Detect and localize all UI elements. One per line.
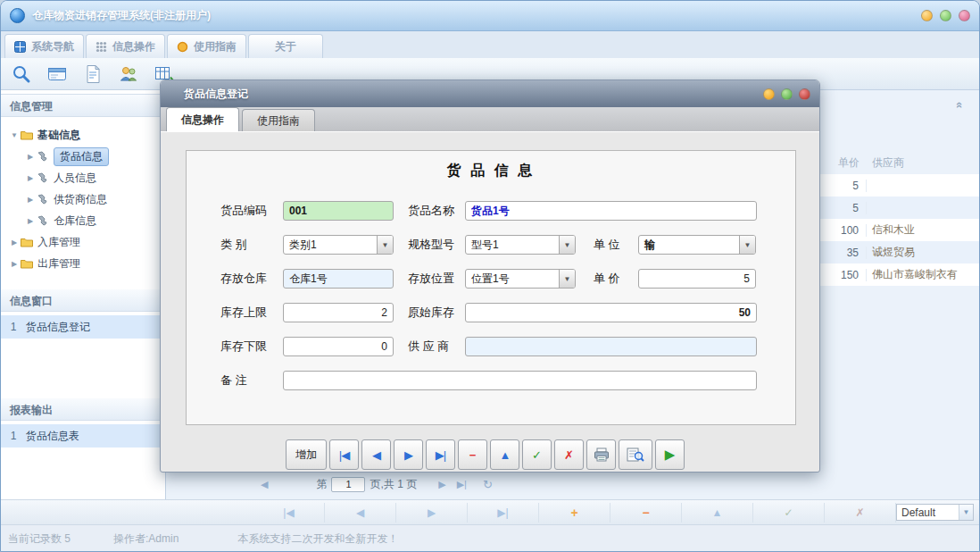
minimize-button[interactable]	[921, 10, 933, 21]
supplier-field[interactable]	[465, 337, 757, 356]
tool-icon	[37, 151, 49, 162]
menu-tab-user-guide[interactable]: 使用指南	[167, 34, 246, 58]
preview-icon	[627, 447, 644, 462]
chevron-right-icon[interactable]: ▶	[24, 174, 37, 182]
nav-last-button[interactable]: ▶|	[468, 503, 539, 523]
dropdown-value: 输	[639, 236, 739, 254]
tool-icon	[37, 194, 49, 205]
grid-header-supplier[interactable]: 供应商	[867, 155, 980, 171]
unit-dropdown[interactable]: 输 ▼	[638, 235, 756, 255]
prev-record-icon: ◀	[372, 448, 380, 462]
nav-first-button[interactable]: |◀	[253, 503, 325, 523]
dialog-tabstrip: 信息操作 使用指南	[161, 107, 819, 132]
stock-upper-field[interactable]	[283, 303, 394, 322]
delete-record-button[interactable]: −	[458, 439, 487, 470]
tree-node-supplier-info[interactable]: ▶ 供货商信息	[1, 188, 165, 210]
last-record-icon: ▶|	[436, 448, 445, 462]
nav-prev-button[interactable]: ◀	[325, 503, 396, 523]
cancel-record-button[interactable]: ✗	[554, 439, 584, 470]
chevron-down-icon[interactable]: ▼	[559, 236, 575, 254]
dialog-minimize-button[interactable]	[763, 88, 775, 100]
chevron-right-icon[interactable]: ▶	[8, 260, 21, 268]
chevron-right-icon[interactable]: ▶	[24, 153, 37, 161]
tree-node-goods-info[interactable]: ▶ 货品信息	[1, 146, 165, 167]
pager-next-icon[interactable]: ▶	[433, 479, 451, 490]
maximize-button[interactable]	[940, 10, 951, 21]
goods-code-field[interactable]	[283, 201, 394, 221]
chevron-right-icon[interactable]: ▶	[24, 217, 37, 225]
info-window-item-goods-register[interactable]: 1 货品信息登记	[1, 315, 165, 339]
next-record-button[interactable]: ▶	[394, 439, 423, 470]
pager-refresh-icon[interactable]: ↻	[483, 478, 493, 491]
post-record-button[interactable]: ✓	[522, 439, 552, 470]
tree-node-label[interactable]: 入库管理	[37, 235, 80, 250]
menu-tab-about[interactable]: 关于	[248, 34, 323, 58]
nav-next-button[interactable]: ▶	[396, 503, 468, 523]
default-style-select[interactable]: Default ▼	[896, 504, 974, 521]
edit-record-button[interactable]: ▲	[490, 439, 519, 470]
collapse-panel-icon[interactable]: «	[951, 97, 970, 112]
nav-cancel-button[interactable]: ✗	[825, 503, 896, 523]
report-item-goods-table[interactable]: 1 货品信息表	[1, 424, 165, 447]
dialog-tab-user-guide[interactable]: 使用指南	[242, 109, 315, 131]
chevron-down-icon[interactable]: ▼	[377, 236, 393, 254]
nav-edit-button[interactable]: ▲	[682, 503, 753, 523]
edit-record-icon: ▲	[500, 448, 511, 462]
dialog-maximize-button[interactable]	[781, 88, 793, 100]
add-button[interactable]: 增加	[286, 439, 327, 470]
stock-lower-field[interactable]	[283, 337, 394, 356]
dialog-tab-info-operation[interactable]: 信息操作	[166, 107, 239, 131]
last-record-button[interactable]: ▶|	[426, 439, 455, 470]
tree-node-label[interactable]: 人员信息	[54, 171, 96, 186]
tree-node-label[interactable]: 仓库信息	[54, 213, 96, 229]
warehouse-field[interactable]	[283, 269, 394, 289]
nav-delete-button[interactable]: −	[610, 503, 682, 523]
execute-button[interactable]: ▶	[655, 439, 685, 470]
pager-page-input[interactable]	[331, 477, 365, 492]
close-button[interactable]	[959, 10, 970, 21]
pager-prev-icon[interactable]: ◀	[255, 479, 273, 490]
nav-insert-button[interactable]: +	[539, 503, 610, 523]
preview-button[interactable]	[619, 439, 652, 470]
tree-node-label[interactable]: 基础信息	[37, 128, 80, 143]
section-header-info-management[interactable]: 信息管理	[1, 94, 165, 117]
dialog-close-button[interactable]	[799, 88, 810, 100]
menu-tab-info-operation[interactable]: 信息操作	[86, 34, 165, 58]
chevron-right-icon[interactable]: ▶	[8, 238, 21, 247]
remark-field[interactable]	[283, 371, 757, 390]
select-value: Default	[897, 506, 959, 519]
pager-last-icon[interactable]: ▶|	[452, 479, 472, 490]
search-icon[interactable]	[10, 63, 33, 86]
category-dropdown[interactable]: 类别1 ▼	[283, 235, 394, 255]
section-header-report-output[interactable]: 报表输出	[1, 397, 165, 421]
goods-name-field[interactable]	[465, 201, 757, 221]
tree-node-warehouse-info[interactable]: ▶ 仓库信息	[1, 210, 165, 231]
price-field[interactable]	[638, 269, 756, 289]
prev-record-button[interactable]: ◀	[361, 439, 391, 470]
chevron-down-icon[interactable]: ▼	[739, 236, 755, 254]
menu-tab-system-nav[interactable]: 系统导航	[4, 34, 84, 58]
card-icon[interactable]	[46, 63, 69, 86]
cancel-record-icon: ✗	[564, 448, 574, 462]
tree-node-personnel-info[interactable]: ▶ 人员信息	[1, 167, 165, 188]
tree-node-inbound-management[interactable]: ▶ 入库管理	[1, 231, 165, 253]
tree-node-base-info[interactable]: ▼ 基础信息	[1, 124, 165, 146]
tree-node-label[interactable]: 货品信息	[54, 147, 109, 166]
tree-node-label[interactable]: 供货商信息	[54, 192, 107, 207]
section-header-info-window[interactable]: 信息窗口	[1, 289, 165, 312]
stock-origin-field[interactable]	[465, 303, 757, 322]
chevron-down-icon[interactable]: ▼	[8, 131, 21, 139]
document-icon[interactable]	[81, 63, 104, 86]
chevron-right-icon[interactable]: ▶	[24, 196, 37, 204]
spec-dropdown[interactable]: 型号1 ▼	[465, 235, 576, 255]
first-record-button[interactable]: |◀	[329, 439, 359, 470]
position-dropdown[interactable]: 位置1号 ▼	[465, 269, 576, 289]
tree-node-outbound-management[interactable]: ▶ 出库管理	[1, 253, 165, 274]
nav-post-button[interactable]: ✓	[753, 503, 825, 523]
print-button[interactable]	[586, 439, 616, 470]
dialog-titlebar[interactable]: 货品信息登记	[161, 80, 819, 107]
users-icon[interactable]	[117, 63, 140, 86]
tool-icon	[37, 215, 49, 226]
chevron-down-icon[interactable]: ▼	[559, 270, 575, 288]
tree-node-label[interactable]: 出库管理	[37, 256, 80, 272]
